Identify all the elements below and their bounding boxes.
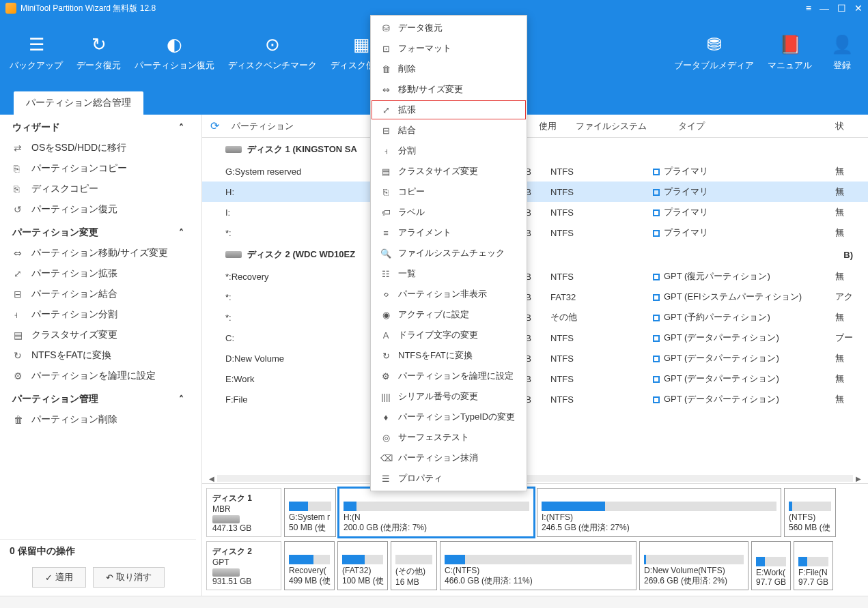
diskmap-partition[interactable]: D:New Volume(NTFS) 269.6 GB (使用済: 2%): [639, 541, 748, 590]
sidebar-item[interactable]: ▤ クラスタサイズ変更: [0, 325, 196, 345]
context-menu-item[interactable]: ◉ アクティブに設定: [371, 304, 527, 325]
context-menu-item[interactable]: ☰ プロパティ: [371, 468, 527, 489]
context-menu-item[interactable]: ♦ パーティションTypeIDの変更: [371, 407, 527, 427]
context-menu-item[interactable]: 🔍 ファイルシステムチェック: [371, 243, 527, 263]
diskmap-partition[interactable]: (FAT32) 100 MB (使: [337, 541, 388, 590]
diskmap-partition[interactable]: Recovery( 499 MB (使: [284, 541, 335, 590]
tool-bootable-media[interactable]: ⛃ ブータブルメディア: [667, 28, 761, 77]
minimize-icon[interactable]: —: [820, 3, 829, 14]
tool-partition-recovery[interactable]: ◐ パーティション復元: [128, 28, 221, 77]
partition-row[interactable]: G:System reserved 23.64 MB NTFS プライマリ 無: [202, 161, 868, 182]
context-menu-item[interactable]: ⇔ 移動/サイズ変更: [371, 79, 527, 100]
context-menu-label: フォーマット: [398, 42, 451, 55]
context-menu-item[interactable]: ⫞ 分割: [371, 141, 527, 161]
apply-button[interactable]: ✓適用: [32, 567, 86, 588]
disk-header[interactable]: ディスク 1 (KINGSTON SA: [202, 138, 868, 161]
context-menu-item[interactable]: A ドライブ文字の変更: [371, 325, 527, 345]
sidebar-item-icon: ⤢: [14, 268, 25, 279]
context-menu-item[interactable]: ⊡ フォーマット: [371, 38, 527, 59]
sidebar-item[interactable]: ↻ NTFSをFATに変換: [0, 345, 196, 366]
context-menu-item[interactable]: |||| シリアル番号の変更: [371, 386, 527, 407]
context-menu-item[interactable]: ⌫ パーティション抹消: [371, 448, 527, 468]
maximize-icon[interactable]: ☐: [837, 3, 846, 14]
sidebar-item[interactable]: ⎘ ディスクコピー: [0, 179, 196, 199]
sidebar-item[interactable]: ⇄ OSをSSD/HDDに移行: [0, 138, 196, 158]
diskmap-partition[interactable]: I:(NTFS) 246.5 GB (使用済: 27%): [537, 488, 781, 537]
tool-disk-benchmark[interactable]: ⊙ ディスクベンチマーク: [221, 28, 324, 77]
refresh-icon[interactable]: ⟳: [202, 119, 227, 132]
sidebar-item[interactable]: ⫞ パーティション分割: [0, 304, 196, 325]
diskmap-label[interactable]: ディスク 2GPT 931.51 GB: [206, 541, 281, 590]
diskmap-part-title: Recovery(: [289, 566, 330, 575]
tab-partition-management[interactable]: パーティション総合管理: [14, 91, 143, 115]
partition-row[interactable]: *: 37.97 MB NTFS プライマリ 無: [202, 222, 868, 243]
context-menu-item[interactable]: ▤ クラスタサイズ変更: [371, 161, 527, 182]
context-menu-item[interactable]: ≡ アライメント: [371, 222, 527, 243]
sidebar-item[interactable]: ↺ パーティション復元: [0, 199, 196, 220]
context-menu-item[interactable]: ⤢ 拡張: [371, 100, 527, 120]
sidebar-item[interactable]: ⤢ パーティション拡張: [0, 263, 196, 284]
context-menu-item[interactable]: ⊟ 結合: [371, 120, 527, 141]
sidebar-section-change[interactable]: パーティション変更˄: [0, 220, 196, 243]
tool-manual[interactable]: 📕 マニュアル: [761, 28, 819, 77]
close-icon[interactable]: ✕: [854, 3, 863, 14]
diskmap-partition[interactable]: H:(N 200.0 GB (使用済: 7%): [339, 488, 534, 537]
partition-fs: その他: [544, 311, 646, 323]
disk-header[interactable]: ディスク 2 (WDC WD10EZB): [202, 243, 868, 266]
partition-type: プライマリ: [646, 165, 835, 177]
context-menu-item[interactable]: ⎘ コピー: [371, 182, 527, 202]
tool-register[interactable]: 👤 登録: [819, 28, 865, 77]
menu-icon[interactable]: ≡: [806, 3, 811, 14]
diskmap-partition[interactable]: (NTFS) 560 MB (使: [784, 488, 836, 537]
diskmap-part-sub: 560 MB (使: [789, 522, 831, 534]
diskmap-partition[interactable]: C:(NTFS) 466.0 GB (使用済: 11%): [440, 541, 636, 590]
partition-row[interactable]: *: 0 B その他 GPT (予約パーティション) 無: [202, 307, 868, 328]
partition-row[interactable]: I: 78.24 GB NTFS プライマリ 無: [202, 202, 868, 222]
sidebar-item[interactable]: ⊟ パーティション結合: [0, 284, 196, 304]
sidebar-item[interactable]: 🗑 パーティション削除: [0, 409, 196, 430]
undo-button[interactable]: ↶取り消す: [93, 567, 165, 588]
sidebar-item-label: パーティション削除: [31, 414, 117, 426]
diskmap-partition[interactable]: E:Work( 97.7 GB: [751, 541, 791, 590]
col-fs[interactable]: ファイルシステム: [569, 120, 671, 132]
context-menu-icon: ↻: [380, 351, 391, 361]
context-menu-icon: ▤: [380, 167, 391, 177]
diskmap-part-sub: 97.7 GB: [798, 577, 828, 587]
partition-fs: NTFS: [544, 272, 646, 282]
scroll-right-icon[interactable]: ▶: [853, 475, 864, 482]
context-menu-label: 拡張: [398, 104, 416, 116]
diskmap-partition[interactable]: G:System r 50 MB (使: [284, 488, 336, 537]
sidebar-section-wizard[interactable]: ウィザード˄: [0, 115, 196, 138]
context-menu-item[interactable]: ◎ サーフェステスト: [371, 427, 527, 448]
sidebar-section-manage[interactable]: パーティション管理˄: [0, 386, 196, 409]
context-menu-item[interactable]: 🏷 ラベル: [371, 202, 527, 222]
hscrollbar[interactable]: ◀▶: [202, 474, 868, 483]
col-type[interactable]: タイプ: [671, 120, 835, 132]
hdd-icon: [212, 568, 240, 577]
partition-row[interactable]: *: 58.42 MB FAT32 GPT (EFIシステムパーティション) ア…: [202, 287, 868, 307]
content-area: ⟳ パーティション 使用 ファイルシステム タイプ 状 ディスク 1 (KING…: [202, 115, 868, 596]
tool-backup[interactable]: ☰ バックアップ: [3, 28, 70, 77]
context-menu-item[interactable]: ᨔ パーティション非表示: [371, 284, 527, 304]
partition-row[interactable]: F:File 29.90 GB NTFS GPT (データパーティション) 無: [202, 389, 868, 409]
diskmap-partition[interactable]: F:File(N 97.7 GB: [794, 541, 833, 590]
sidebar-item[interactable]: ⇔ パーティション移動/サイズ変更: [0, 243, 196, 263]
partition-row[interactable]: C: 12.17 GB NTFS GPT (データパーティション) ブー: [202, 328, 868, 348]
context-menu-item[interactable]: ⚙ パーティションを論理に設定: [371, 366, 527, 386]
diskmap-partition[interactable]: (その他) 16 MB: [391, 541, 437, 590]
col-status[interactable]: 状: [835, 120, 868, 132]
diskmap-part-sub: 200.0 GB (使用済: 7%): [344, 522, 529, 534]
context-menu-item[interactable]: ⛁ データ復元: [371, 18, 527, 38]
partition-row[interactable]: H: 84.26 GB NTFS プライマリ 無: [202, 182, 868, 202]
context-menu-item[interactable]: 🗑 削除: [371, 59, 527, 79]
sidebar-item[interactable]: ⚙ パーティションを論理に設定: [0, 366, 196, 386]
scroll-left-icon[interactable]: ◀: [206, 475, 217, 482]
sidebar-item[interactable]: ⎘ パーティションコピー: [0, 158, 196, 179]
tool-data-recovery[interactable]: ↻ データ復元: [70, 28, 128, 77]
diskmap-label[interactable]: ディスク 1MBR 447.13 GB: [206, 488, 281, 537]
partition-row[interactable]: D:New Volume 62.58 GB NTFS GPT (データパーティシ…: [202, 348, 868, 368]
partition-row[interactable]: *:Recovery 58.18 MB NTFS GPT (復元パーティション)…: [202, 266, 868, 287]
context-menu-item[interactable]: ☷ 一覧: [371, 263, 527, 284]
partition-row[interactable]: E:Work 96.31 GB NTFS GPT (データパーティション) 無: [202, 368, 868, 389]
context-menu-item[interactable]: ↻ NTFSをFATに変換: [371, 345, 527, 366]
